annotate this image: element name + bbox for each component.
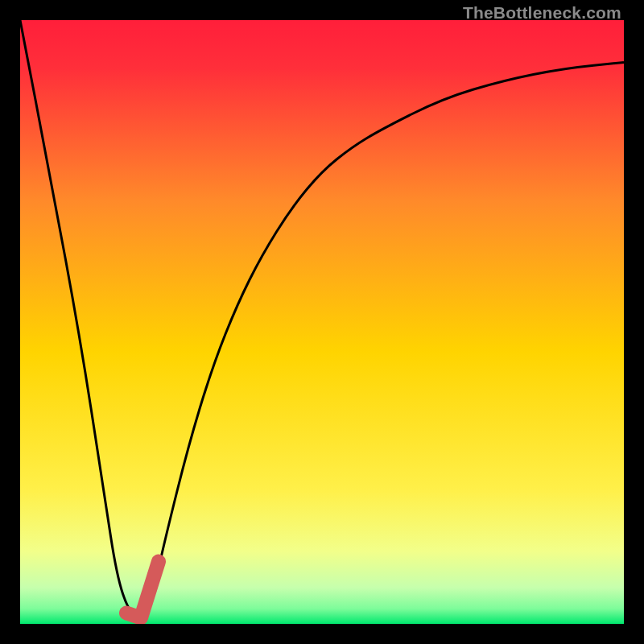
plot-area [20,20,624,624]
bottleneck-curve [20,20,624,624]
chart-frame: TheBottleneck.com [0,0,644,644]
